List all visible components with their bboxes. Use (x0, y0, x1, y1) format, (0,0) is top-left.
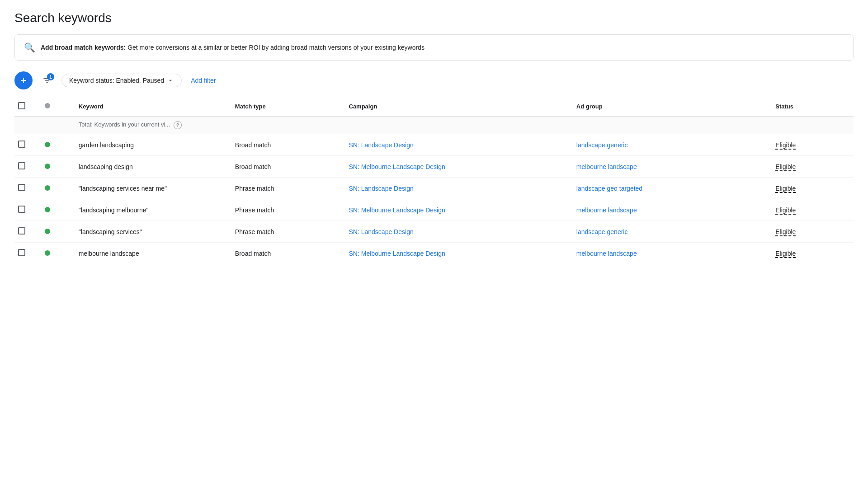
campaign-link[interactable]: SN: Melbourne Landscape Design (349, 206, 445, 214)
ad-group-link[interactable]: landscape generic (576, 228, 628, 235)
row-campaign: SN: Melbourne Landscape Design (342, 156, 569, 178)
row-dot-cell (43, 221, 71, 243)
row-campaign: SN: Landscape Design (342, 221, 569, 243)
table-row: landscaping design Broad match SN: Melbo… (14, 156, 854, 178)
row-match-type: Broad match (228, 134, 342, 156)
add-filter-button[interactable]: Add filter (187, 74, 219, 87)
banner-text: Add broad match keywords: Get more conve… (41, 44, 425, 51)
row-ad-group: landscape generic (569, 221, 768, 243)
campaign-link[interactable]: SN: Landscape Design (349, 228, 414, 235)
row-checkbox[interactable] (18, 184, 25, 191)
row-match-type: Broad match (228, 243, 342, 264)
header-checkbox-col (14, 97, 43, 117)
row-checkbox-cell (14, 156, 43, 178)
row-match-type: Phrase match (228, 178, 342, 199)
table-row: "landscaping services" Phrase match SN: … (14, 221, 854, 243)
broad-match-banner: 🔍 Add broad match keywords: Get more con… (14, 34, 854, 61)
header-ad-group[interactable]: Ad group (569, 97, 768, 117)
row-keyword[interactable]: "landscaping melbourne" (71, 199, 228, 221)
keyword-status-filter[interactable]: Keyword status: Enabled, Paused (61, 74, 182, 87)
row-campaign: SN: Landscape Design (342, 178, 569, 199)
status-badge[interactable]: Eligible (775, 206, 796, 215)
header-status-dot (45, 103, 50, 108)
row-status: Eligible (768, 243, 854, 264)
row-status: Eligible (768, 199, 854, 221)
row-keyword[interactable]: garden landscaping (71, 134, 228, 156)
filter-button[interactable]: 1 (38, 71, 56, 89)
row-checkbox[interactable] (18, 141, 25, 148)
campaign-link[interactable]: SN: Melbourne Landscape Design (349, 163, 445, 170)
status-badge[interactable]: Eligible (775, 228, 796, 236)
row-ad-group: landscape generic (569, 134, 768, 156)
total-row: Total: Keywords in your current vi... ? (14, 117, 854, 134)
status-badge[interactable]: Eligible (775, 141, 796, 150)
status-badge[interactable]: Eligible (775, 185, 796, 193)
row-status: Eligible (768, 178, 854, 199)
help-icon[interactable]: ? (174, 121, 182, 129)
row-status-dot (45, 207, 50, 212)
row-match-type: Phrase match (228, 221, 342, 243)
row-status-dot (45, 142, 50, 147)
row-campaign: SN: Landscape Design (342, 134, 569, 156)
ad-group-link[interactable]: landscape generic (576, 141, 628, 149)
keyword-status-label: Keyword status: Enabled, Paused (69, 77, 164, 84)
table-row: garden landscaping Broad match SN: Lands… (14, 134, 854, 156)
row-dot-cell (43, 199, 71, 221)
row-keyword[interactable]: melbourne landscape (71, 243, 228, 264)
keywords-table: Keyword Match type Campaign Ad group Sta… (14, 97, 854, 264)
table-row: "landscaping melbourne" Phrase match SN:… (14, 199, 854, 221)
ad-group-link[interactable]: melbourne landscape (576, 163, 637, 170)
add-button[interactable]: + (14, 71, 33, 89)
table-row: melbourne landscape Broad match SN: Melb… (14, 243, 854, 264)
row-checkbox[interactable] (18, 162, 25, 169)
campaign-link[interactable]: SN: Landscape Design (349, 141, 414, 149)
select-all-checkbox[interactable] (18, 102, 25, 109)
status-badge[interactable]: Eligible (775, 250, 796, 258)
row-dot-cell (43, 178, 71, 199)
row-checkbox[interactable] (18, 249, 25, 256)
row-keyword[interactable]: "landscaping services near me" (71, 178, 228, 199)
search-icon: 🔍 (24, 42, 35, 53)
filter-badge: 1 (47, 73, 54, 80)
row-dot-cell (43, 134, 71, 156)
table-header-row: Keyword Match type Campaign Ad group Sta… (14, 97, 854, 117)
row-keyword[interactable]: "landscaping services" (71, 221, 228, 243)
ad-group-link[interactable]: melbourne landscape (576, 250, 637, 257)
row-checkbox[interactable] (18, 227, 25, 235)
header-status[interactable]: Status (768, 97, 854, 117)
status-badge[interactable]: Eligible (775, 163, 796, 171)
campaign-link[interactable]: SN: Landscape Design (349, 185, 414, 192)
row-match-type: Broad match (228, 156, 342, 178)
row-checkbox-cell (14, 134, 43, 156)
ad-group-link[interactable]: melbourne landscape (576, 206, 637, 214)
chevron-down-icon (167, 77, 174, 84)
total-row-label: Total: Keywords in your current vi... ? (71, 117, 228, 134)
row-checkbox-cell (14, 243, 43, 264)
table-row: "landscaping services near me" Phrase ma… (14, 178, 854, 199)
ad-group-link[interactable]: landscape geo targeted (576, 185, 642, 192)
campaign-link[interactable]: SN: Melbourne Landscape Design (349, 250, 445, 257)
row-keyword[interactable]: landscaping design (71, 156, 228, 178)
row-checkbox-cell (14, 199, 43, 221)
row-checkbox[interactable] (18, 206, 25, 213)
row-status: Eligible (768, 221, 854, 243)
row-status-dot (45, 185, 50, 191)
row-dot-cell (43, 156, 71, 178)
header-keyword[interactable]: Keyword (71, 97, 228, 117)
row-status: Eligible (768, 156, 854, 178)
row-ad-group: melbourne landscape (569, 243, 768, 264)
row-dot-cell (43, 243, 71, 264)
header-campaign[interactable]: Campaign (342, 97, 569, 117)
row-ad-group: landscape geo targeted (569, 178, 768, 199)
row-campaign: SN: Melbourne Landscape Design (342, 243, 569, 264)
row-status-dot (45, 164, 50, 169)
row-checkbox-cell (14, 221, 43, 243)
header-match-type[interactable]: Match type (228, 97, 342, 117)
toolbar: + 1 Keyword status: Enabled, Paused Add … (14, 71, 854, 89)
row-campaign: SN: Melbourne Landscape Design (342, 199, 569, 221)
row-ad-group: melbourne landscape (569, 199, 768, 221)
row-match-type: Phrase match (228, 199, 342, 221)
row-status-dot (45, 250, 50, 256)
row-ad-group: melbourne landscape (569, 156, 768, 178)
row-status-dot (45, 229, 50, 234)
